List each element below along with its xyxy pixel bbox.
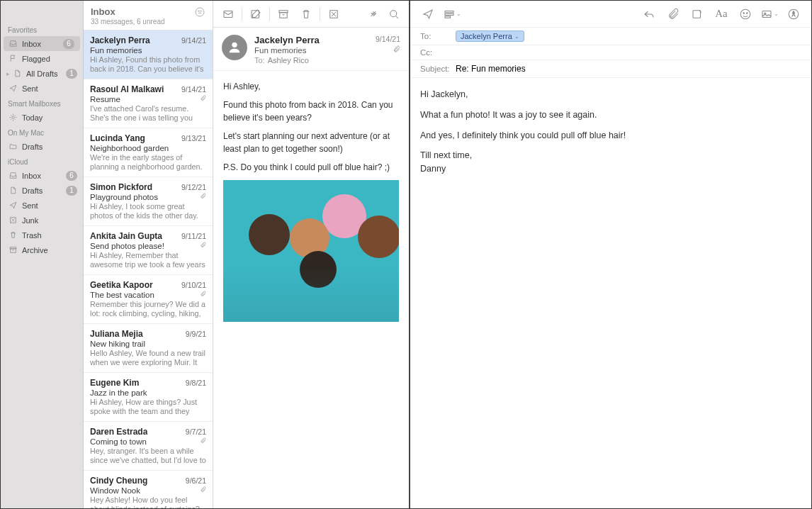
markup-icon[interactable]	[783, 4, 804, 24]
compose-subject-row[interactable]: Subject:	[410, 60, 811, 78]
sidebar-item-today[interactable]: Today	[1, 110, 83, 125]
get-mail-icon[interactable]	[218, 4, 239, 24]
compose-icon[interactable]	[687, 4, 708, 24]
message-date: 9/11/21	[181, 232, 206, 240]
message-preview: Hi Ashley, I took some great photos of t…	[90, 202, 206, 221]
sidebar-item-trash[interactable]: Trash	[1, 228, 83, 242]
message-row[interactable]: Daren Estrada9/7/21Coming to townHey, st…	[84, 422, 213, 471]
reply-icon[interactable]	[638, 4, 660, 24]
message-date: 9/10/21	[181, 281, 206, 289]
message-row[interactable]: Lucinda Yang9/13/21Neighborhood gardenWe…	[84, 128, 213, 177]
message-list-header: Inbox 33 messages, 6 unread	[84, 1, 213, 30]
sender-name: Daren Estrada	[90, 427, 147, 437]
sidebar-item-inbox[interactable]: Inbox6	[1, 168, 83, 183]
body-paragraph: Hi Ashley,	[223, 81, 399, 93]
delete-icon[interactable]	[295, 4, 317, 24]
avatar	[222, 35, 247, 60]
sent-icon	[8, 201, 18, 211]
svg-rect-5	[224, 11, 232, 17]
send-icon[interactable]	[417, 4, 439, 24]
message-date: 9/9/21	[186, 330, 206, 338]
paperclip-icon	[200, 486, 206, 494]
flag-icon	[8, 54, 18, 64]
sidebar-item-junk[interactable]: Junk	[1, 213, 83, 228]
sender-name: Ankita Jain Gupta	[90, 231, 162, 241]
message-preview: Hey Ashley! How do you feel about blinds…	[90, 496, 206, 508]
sidebar-item-label: Flagged	[22, 55, 77, 63]
gear-icon	[8, 113, 18, 123]
photo-browser-icon[interactable]: ⌄	[759, 4, 780, 24]
sidebar-badge: 6	[63, 39, 74, 49]
sender-name: Geetika Kapoor	[90, 280, 153, 290]
sidebar-item-label: All Drafts	[26, 69, 66, 78]
svg-rect-13	[445, 13, 453, 15]
message-row[interactable]: Ankita Jain Gupta9/11/21Send photos plea…	[84, 226, 213, 275]
message-preview: Hey, stranger. It's been a while since w…	[90, 447, 206, 466]
format-icon[interactable]: Aa	[711, 4, 732, 24]
mailbox-subtitle: 33 messages, 6 unread	[91, 18, 165, 26]
sidebar-item-label: Sent	[22, 84, 77, 93]
sidebar-item-flagged[interactable]: Flagged	[1, 51, 83, 66]
message-row[interactable]: Jackelyn Perra9/14/21Fun memoriesHi Ashl…	[84, 30, 213, 79]
compose-paragraph[interactable]: And yes, I definitely think you could pu…	[420, 129, 801, 142]
paperclip-icon[interactable]	[662, 4, 684, 24]
message-row[interactable]: Simon Pickford9/12/21Playground photosHi…	[84, 177, 213, 226]
svg-rect-15	[693, 10, 701, 18]
more-icon[interactable]: »	[361, 4, 382, 24]
svg-point-16	[740, 9, 750, 19]
message-subject: Fun memories	[254, 46, 368, 55]
paperclip-icon	[200, 193, 206, 201]
sidebar-item-sent[interactable]: Sent	[1, 198, 83, 213]
message-subject: Window Nook	[90, 486, 140, 495]
svg-rect-14	[445, 16, 451, 18]
compose-paragraph[interactable]: Hi Jackelyn,	[420, 88, 801, 101]
search-icon[interactable]	[383, 4, 405, 24]
body-paragraph: P.S. Do you think I could pull off blue …	[223, 162, 399, 174]
emoji-icon[interactable]	[735, 4, 756, 24]
message-row[interactable]: Rasoul Al Malkawi9/14/21ResumeI've attac…	[84, 79, 213, 128]
compose-paragraph[interactable]: Till next time,Danny	[420, 149, 801, 176]
recipient-token[interactable]: Jackelyn Perra⌄	[456, 30, 524, 42]
cc-label: Cc:	[420, 48, 456, 57]
message-date: 9/12/21	[181, 183, 206, 191]
sidebar-item-label: Inbox	[22, 40, 63, 48]
compose-paragraph[interactable]: What a fun photo! It was a joy to see it…	[420, 108, 801, 122]
message-row[interactable]: Eugene Kim9/8/21Jazz in the parkHi Ashle…	[84, 373, 213, 422]
junk-icon[interactable]	[323, 4, 344, 24]
sidebar-item-archive[interactable]: Archive	[1, 242, 83, 257]
svg-point-10	[390, 10, 397, 16]
header-fields-icon[interactable]: ⌄	[441, 4, 463, 24]
message-list[interactable]: Jackelyn Perra9/14/21Fun memoriesHi Ashl…	[84, 30, 213, 508]
message-preview: Hello Ashley, We found a new trail when …	[90, 349, 206, 368]
new-message-icon[interactable]	[245, 4, 266, 24]
sidebar-item-inbox[interactable]: Inbox6	[4, 36, 80, 51]
compose-toolbar: ⌄ Aa ⌄	[410, 1, 811, 28]
subject-field[interactable]	[456, 64, 801, 74]
compose-cc-row[interactable]: Cc:	[410, 45, 811, 60]
mailbox-title: Inbox	[91, 6, 165, 17]
sender-name: Simon Pickford	[90, 182, 152, 192]
folder-icon	[8, 142, 18, 152]
compose-body[interactable]: Hi Jackelyn,What a fun photo! It was a j…	[410, 78, 811, 508]
message-row[interactable]: Cindy Cheung9/6/21Window NookHey Ashley!…	[84, 471, 213, 508]
message-row[interactable]: Juliana Mejia9/9/21New hiking trailHello…	[84, 324, 213, 373]
sidebar-section-title: Favorites	[1, 22, 83, 36]
sidebar-item-drafts[interactable]: Drafts1	[1, 183, 83, 198]
paperclip-icon	[200, 95, 206, 103]
compose-to-row[interactable]: To: Jackelyn Perra⌄	[410, 28, 811, 45]
paperclip-icon	[200, 437, 206, 445]
message-subject: Coming to town	[90, 437, 147, 446]
svg-point-11	[232, 43, 237, 47]
sidebar-item-sent[interactable]: Sent	[1, 81, 83, 96]
sidebar-item-drafts[interactable]: Drafts	[1, 139, 83, 154]
sidebar-section-title: On My Mac	[1, 125, 83, 139]
chevron-down-icon[interactable]: ⌄	[514, 33, 519, 40]
message-header: Jackelyn Perra Fun memories To:Ashley Ri…	[213, 28, 409, 71]
filter-icon[interactable]	[194, 6, 205, 18]
message-list-pane: Inbox 33 messages, 6 unread Jackelyn Per…	[84, 1, 213, 508]
cc-field[interactable]	[456, 48, 801, 57]
sidebar-item-all-drafts[interactable]: ▸All Drafts1	[1, 66, 83, 81]
message-row[interactable]: Geetika Kapoor9/10/21The best vacationRe…	[84, 275, 213, 324]
archive-icon[interactable]	[273, 4, 294, 24]
message-date: 9/7/21	[186, 427, 206, 436]
